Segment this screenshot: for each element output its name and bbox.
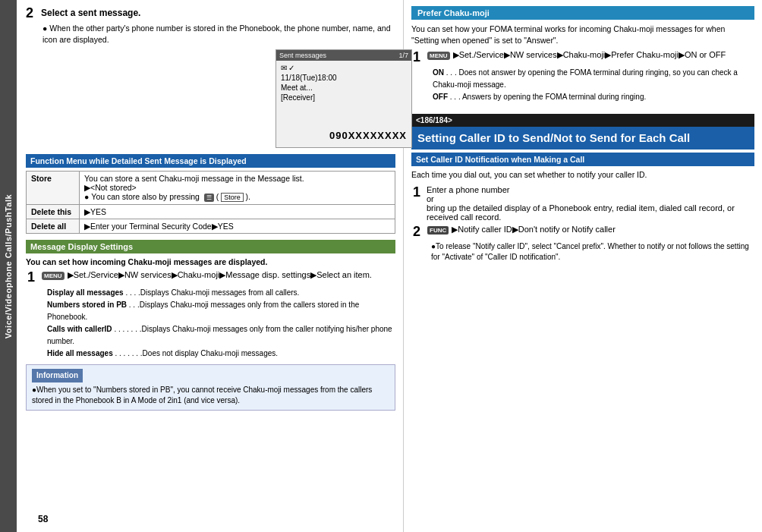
prefer-step1-text: ▶Set./Service▶NW services▶Chaku-moji▶Pre…	[453, 50, 726, 59]
caller-step2-content: FUNC ▶Notify caller ID▶Don't notify or N…	[427, 225, 616, 235]
set-caller-id-banner: Set Caller ID Notification when Making a…	[411, 153, 754, 166]
list-item: ON . . . Does not answer by opening the …	[433, 67, 754, 91]
table-row: Delete this ▶YES	[27, 205, 395, 219]
caller-id-section: <186/184> Setting Caller ID to Send/Not …	[411, 114, 754, 262]
caller-bullet: ●To release "Notify caller ID", select "…	[431, 241, 754, 263]
caller-step2-num: 2	[413, 225, 424, 238]
phone-screen-header: Sent messages 1/7	[276, 50, 411, 61]
table-row: Delete all ▶Enter your Terminal Security…	[27, 219, 395, 234]
caller-step1-or: or	[427, 194, 434, 203]
list-item: Hide all messages . . . . . . .Does not …	[47, 348, 395, 360]
delete-all-label: Delete all	[27, 219, 80, 234]
msg-step1-num: 1	[27, 270, 38, 284]
list-item: Calls with callerID . . . . . . .Display…	[47, 323, 395, 348]
delete-this-label: Delete this	[27, 205, 80, 219]
caller-step1-content: Enter a phone number or bring up the det…	[427, 185, 754, 222]
information-text: ●When you set to "Numbers stored in PB",…	[32, 385, 389, 406]
step2-title: Select a sent message.	[41, 6, 140, 20]
prefer-step1-content: MENU ▶Set./Service▶NW services▶Chaku-moj…	[427, 50, 726, 60]
function-menu-banner: Function Menu while Detailed Sent Messag…	[26, 154, 395, 168]
func-key: FUNC	[427, 226, 449, 235]
caller-step2: 2 FUNC ▶Notify caller ID▶Don't notify or…	[413, 225, 754, 238]
delete-this-content: ▶YES	[80, 205, 395, 219]
list-item: Display all messages . . . .Displays Cha…	[47, 287, 395, 299]
phone-screen-body: ✉ ✓ 11/18(Tue)18:00 Meet at... [Receiver…	[276, 61, 411, 105]
store-label: Store	[27, 172, 80, 205]
list-item: Numbers stored in PB . . .Displays Chaku…	[47, 299, 395, 323]
caller-id-tag: <186/184>	[411, 114, 754, 127]
msg-step1: 1 MENU ▶Set./Service▶NW services▶Chaku-m…	[27, 270, 395, 284]
caller-step1-alt: bring up the detailed display of a Phone…	[427, 203, 735, 222]
content-wrapper: 2 Select a sent message. When the other …	[17, 0, 762, 532]
store-content: You can store a sent Chaku-moji message …	[80, 172, 395, 205]
page-number: 58	[38, 514, 48, 524]
sidebar-label: Voice/Videophone Calls/PushTalk	[4, 194, 13, 338]
ok-icon: ✓	[288, 64, 294, 72]
msg-settings-banner: Message Display Settings	[26, 240, 395, 253]
phone-time: 11/18(Tue)18:00	[281, 74, 407, 82]
step2-num: 2	[26, 6, 38, 20]
sent-messages-count: 1/7	[398, 52, 408, 59]
sent-messages-label: Sent messages	[279, 52, 326, 59]
prefer-step1-num: 1	[413, 50, 424, 64]
caller-step2-text: ▶Notify caller ID▶Don't notify or Notify…	[452, 225, 616, 234]
store-sub-bullet: You can store also by pressing ☰ ( Store…	[84, 192, 250, 201]
sidebar: Voice/Videophone Calls/PushTalk	[0, 0, 17, 532]
step2-header: 2 Select a sent message.	[26, 6, 395, 20]
step2-bullet: When the other party's phone number is s…	[43, 23, 395, 45]
delete-all-content: ▶Enter your Terminal Security Code▶YES	[80, 219, 395, 234]
prefer-step1: 1 MENU ▶Set./Service▶NW services▶Chaku-m…	[413, 50, 754, 64]
menu-key: MENU	[42, 272, 65, 280]
phone-image-area: Sent messages 1/7 ✉ ✓ 11/18(Tue)18:00 Me…	[43, 49, 412, 148]
caller-step1-text: Enter a phone number	[427, 185, 509, 194]
caller-id-intro: Each time you dial out, you can set whet…	[411, 169, 754, 181]
msg-settings-intro: You can set how incoming Chaku-moji mess…	[26, 257, 395, 268]
msg-items-list: Display all messages . . . .Displays Cha…	[47, 287, 395, 360]
caller-step1-num: 1	[413, 185, 424, 199]
phone-screenshot: Sent messages 1/7 ✉ ✓ 11/18(Tue)18:00 Me…	[276, 49, 412, 148]
envelope-icon: ✉	[281, 64, 287, 72]
prefer-intro: You can set how your FOMA terminal works…	[411, 24, 754, 46]
prefer-banner: Prefer Chaku-moji	[411, 6, 754, 20]
phone-number: 090XXXXXXXX	[329, 130, 407, 141]
msg-step1-text: ▶Set./Service▶NW services▶Chaku-moji▶Mes…	[68, 270, 372, 279]
information-header: Information	[32, 369, 83, 382]
phone-meet: Meet at...	[281, 83, 407, 92]
menu-key2: MENU	[427, 52, 450, 60]
phone-icon-row: ✉ ✓	[281, 64, 407, 72]
function-menu-table: Store You can store a sent Chaku-moji me…	[26, 171, 395, 234]
table-row: Store You can store a sent Chaku-moji me…	[27, 172, 395, 205]
information-box: Information ●When you set to "Numbers st…	[26, 364, 395, 411]
phone-receiver: [Receiver]	[281, 93, 407, 102]
right-column: Prefer Chaku-moji You can set how your F…	[404, 0, 762, 532]
caller-id-title: Setting Caller ID to Send/Not to Send fo…	[411, 127, 754, 150]
msg-step1-content: MENU ▶Set./Service▶NW services▶Chaku-moj…	[41, 270, 372, 280]
prefer-items: ON . . . Does not answer by opening the …	[433, 67, 754, 103]
list-item: OFF . . . Answers by opening the FOMA te…	[433, 91, 754, 103]
left-column: 2 Select a sent message. When the other …	[17, 0, 404, 532]
caller-step1: 1 Enter a phone number or bring up the d…	[413, 185, 754, 222]
